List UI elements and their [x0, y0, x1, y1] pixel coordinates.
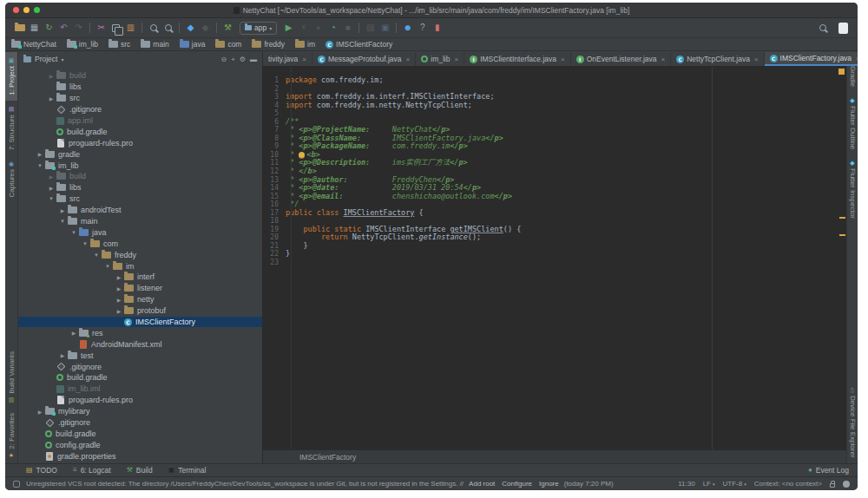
tree-item-java[interactable]: ▼java	[18, 226, 262, 238]
close-icon[interactable]: ×	[302, 56, 306, 63]
intention-bulb-icon[interactable]	[299, 152, 305, 158]
chevron-expanded-icon[interactable]: ▼	[35, 163, 45, 168]
chevron-collapsed-icon[interactable]: ▶	[46, 73, 56, 79]
breadcrumb-item-imsclientfactory[interactable]: CIMSClientFactory	[326, 40, 392, 49]
tree-item-test[interactable]: ▶test	[18, 350, 262, 361]
chevron-collapsed-icon[interactable]: ▶	[57, 352, 68, 358]
tree-item-build[interactable]: ▶build	[18, 171, 262, 182]
stop-icon[interactable]: ■	[340, 22, 355, 35]
gutter-line-number[interactable]: 10	[263, 151, 286, 160]
paste-icon[interactable]: ▥	[123, 22, 138, 35]
cut-icon[interactable]: ✂	[94, 22, 108, 35]
breadcrumb-item-nettychat[interactable]: NettyChat	[11, 40, 56, 49]
chevron-collapsed-icon[interactable]: ▶	[35, 409, 45, 415]
context-indicator[interactable]: Context: <no context>	[754, 480, 822, 488]
warning-stripe-mark[interactable]	[839, 217, 845, 219]
minimize-window-button[interactable]	[23, 7, 30, 13]
device-preview-icon[interactable]	[836, 22, 851, 35]
save-icon[interactable]: ▦	[27, 22, 42, 35]
tree-item-build-gradle[interactable]: build.gradle	[18, 429, 262, 440]
tree-item-src[interactable]: ▼src	[18, 193, 262, 205]
gutter-line-number[interactable]: 5	[263, 109, 286, 118]
tree-item-gradle[interactable]: ▶gradle	[18, 148, 262, 160]
tool-strip-item-device-file-explorer[interactable]: ▯Device File Explorer	[847, 382, 858, 463]
tool-strip-item-captures[interactable]: ◉Captures	[5, 155, 17, 202]
tab-messageprotobuf-java[interactable]: CMessageProtobuf.java×	[312, 52, 416, 66]
tree-item-libs[interactable]: libs	[18, 82, 262, 93]
chevron-expanded-icon[interactable]: ▼	[57, 219, 68, 224]
status-link-ignore[interactable]: Ignore	[539, 480, 559, 488]
gutter-line-number[interactable]: 2	[263, 85, 286, 94]
tree-item-gradle-properties[interactable]: gradle.properties	[18, 450, 262, 462]
gutter-line-number[interactable]: 19	[263, 226, 286, 234]
tool-strip-item-7-structure[interactable]: ▤7: Structure	[5, 101, 17, 155]
tree-item-im-lib-iml[interactable]: im_lib.iml	[18, 383, 262, 395]
gutter-line-number[interactable]: 9	[263, 142, 286, 151]
editor-breadcrumb-item[interactable]: IMSClientFactory	[299, 453, 356, 462]
run-icon[interactable]: ▶	[281, 22, 296, 35]
status-link-configure[interactable]: Configure	[502, 480, 532, 488]
file-encoding[interactable]: UTF-8▾	[723, 480, 746, 488]
tree-item-protobuf[interactable]: ▶protobuf	[18, 305, 262, 317]
tree-item-mylibrary[interactable]: ▶mylibrary	[18, 406, 262, 417]
sdk-manager-icon[interactable]: ☻	[400, 22, 415, 35]
tree-item-gitignore[interactable]: .gitignore	[18, 104, 262, 115]
tree-item-build[interactable]: ▶build	[18, 70, 262, 82]
gutter-line-number[interactable]: 14	[263, 184, 286, 193]
toolwindow-toggle-icon[interactable]	[13, 481, 20, 488]
tree-item-androidmanifest-xml[interactable]: AndroidManifest.xml	[18, 338, 262, 350]
lock-icon[interactable]	[830, 483, 835, 488]
coverage-icon[interactable]: ▨	[363, 22, 378, 35]
chevron-down-icon[interactable]: ▾	[61, 56, 63, 62]
tool-strip-item-1-project[interactable]: ▣1: Project	[5, 52, 17, 101]
toolwindow-button-terminal[interactable]: ▣Terminal	[168, 466, 207, 475]
line-separator[interactable]: LF▾	[703, 480, 715, 488]
chevron-collapsed-icon[interactable]: ▶	[35, 151, 45, 157]
tree-item-proguard-rules-pro[interactable]: proguard-rules.pro	[18, 137, 262, 148]
caret-position[interactable]: 11:30	[678, 480, 694, 488]
close-icon[interactable]: ×	[406, 56, 411, 63]
toolwindow-button-build[interactable]: ⚒Build	[127, 466, 153, 475]
gutter-line-number[interactable]: 6	[263, 118, 286, 127]
gutter-line-number[interactable]: 12	[263, 167, 286, 176]
tool-strip-item-flutter-inspector[interactable]: ◆Flutter Inspector	[847, 154, 858, 224]
tab-im-lib[interactable]: im_lib×	[416, 52, 464, 66]
sync-icon[interactable]: ↻	[42, 22, 56, 35]
chevron-collapsed-icon[interactable]: ▶	[114, 285, 124, 292]
inspection-indicator-icon[interactable]	[838, 69, 845, 75]
breadcrumb-item-im-lib[interactable]: im_lib	[67, 40, 98, 49]
gutter-line-number[interactable]: 7	[263, 126, 286, 134]
tree-item-main[interactable]: ▼main	[18, 216, 262, 227]
chevron-collapsed-icon[interactable]: ▶	[114, 274, 124, 280]
hector-inspections-icon[interactable]	[843, 481, 850, 488]
build-icon[interactable]: ⚒	[220, 22, 235, 35]
gutter-line-number[interactable]: 11	[263, 159, 286, 167]
breadcrumb-item-java[interactable]: java	[180, 40, 206, 49]
gutter-line-number[interactable]: 13	[263, 176, 286, 185]
zoom-window-button[interactable]	[34, 7, 40, 13]
gutter-line-number[interactable]: 23	[263, 259, 286, 267]
gutter-line-number[interactable]: 1	[263, 76, 286, 85]
chevron-expanded-icon[interactable]: ▼	[69, 230, 79, 235]
tree-item-freddy[interactable]: ▼freddy	[18, 249, 262, 260]
open-icon[interactable]	[12, 22, 27, 35]
tree-item-interf[interactable]: ▶interf	[18, 272, 262, 283]
gutter-line-number[interactable]: 17	[263, 209, 286, 218]
chevron-expanded-icon[interactable]: ▼	[80, 241, 90, 246]
chevron-collapsed-icon[interactable]: ▶	[46, 174, 56, 180]
close-icon[interactable]: ×	[561, 56, 565, 63]
code-area[interactable]: 1package com.freddy.im;23import com.fred…	[263, 67, 846, 449]
event-log-button[interactable]: ● Event Log	[808, 466, 849, 475]
warning-stripe-mark[interactable]	[839, 234, 845, 236]
chevron-collapsed-icon[interactable]: ▶	[69, 330, 79, 336]
redo-icon[interactable]: ↷	[71, 22, 86, 35]
gutter-line-number[interactable]: 20	[263, 233, 286, 242]
close-window-button[interactable]	[13, 7, 19, 13]
tree-item-im[interactable]: ▼im	[18, 260, 262, 272]
forward-icon[interactable]: ◆	[198, 22, 213, 35]
tree-item-netty[interactable]: ▶netty	[18, 294, 262, 305]
tree-item-imsclientfactory[interactable]: CIMSClientFactory	[18, 317, 262, 328]
close-icon[interactable]: ×	[454, 56, 458, 63]
chevron-collapsed-icon[interactable]: ▶	[114, 297, 124, 303]
gutter-line-number[interactable]: 18	[263, 217, 286, 226]
